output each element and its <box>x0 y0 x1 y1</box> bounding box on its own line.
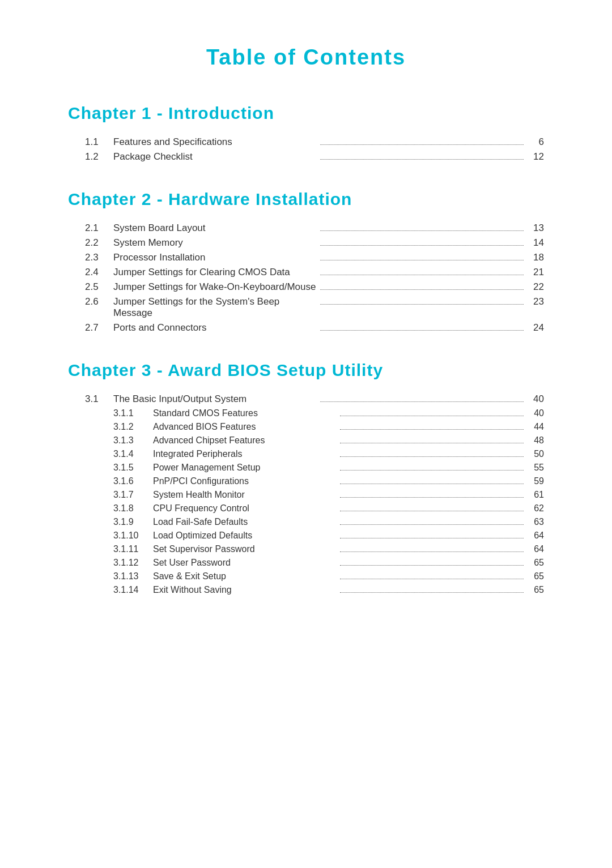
entry-page-number: 14 <box>527 237 544 249</box>
entry-title: Integrated Peripherals <box>153 449 337 459</box>
entry-number: 3.1.13 <box>113 571 153 581</box>
entry-number: 3.1.9 <box>113 517 153 527</box>
entry-title: Ports and Connectors <box>113 322 317 333</box>
toc-entry: 3.1.1Standard CMOS Features40 <box>68 408 544 418</box>
toc-entry: 2.3Processor Installation18 <box>68 252 544 263</box>
entry-number: 1.2 <box>85 151 113 163</box>
entry-page-number: 24 <box>527 322 544 333</box>
entry-title: Set User Password <box>153 558 337 568</box>
entry-number: 3.1.3 <box>113 435 153 446</box>
toc-entry: 2.1System Board Layout13 <box>68 223 544 234</box>
toc-entry: 2.2System Memory14 <box>68 237 544 249</box>
entry-title: Features and Specifications <box>113 136 317 148</box>
entry-page-number: 65 <box>527 558 544 568</box>
entry-title: Jumper Settings for the System's Beep Me… <box>113 296 317 319</box>
entry-number: 3.1.8 <box>113 503 153 514</box>
toc-entry: 3.1.6PnP/PCI Configurations59 <box>68 476 544 486</box>
toc-entry: 3.1.3Advanced Chipset Features48 <box>68 435 544 446</box>
entry-dots <box>320 144 524 145</box>
entry-title: Standard CMOS Features <box>153 408 337 418</box>
entry-title: The Basic Input/Output System <box>113 394 317 405</box>
entry-title: Package Checklist <box>113 151 317 163</box>
toc-entry: 3.1.8CPU Frequency Control62 <box>68 503 544 514</box>
entry-number: 1.1 <box>85 136 113 148</box>
entry-dots <box>320 230 524 231</box>
toc-entry: 3.1.12Set User Password65 <box>68 558 544 568</box>
entry-dots <box>320 330 524 331</box>
entry-title: CPU Frequency Control <box>153 503 337 514</box>
entry-page-number: 44 <box>527 422 544 432</box>
toc-entry: 2.7Ports and Connectors24 <box>68 322 544 333</box>
entry-dots <box>320 260 524 260</box>
entry-page-number: 59 <box>527 476 544 486</box>
entry-title: Advanced BIOS Features <box>153 422 337 432</box>
entry-page-number: 12 <box>527 151 544 163</box>
toc-entry: 3.1.2Advanced BIOS Features44 <box>68 422 544 432</box>
entry-page-number: 6 <box>527 136 544 148</box>
toc-entry: 3.1The Basic Input/Output System40 <box>68 394 544 405</box>
entry-number: 2.3 <box>85 252 113 263</box>
entry-title: Save & Exit Setup <box>153 571 337 581</box>
chapter-heading-1: Chapter 1 - Introduction <box>68 104 544 123</box>
entry-page-number: 40 <box>527 394 544 405</box>
toc-entry: 3.1.5Power Management Setup55 <box>68 463 544 473</box>
entry-number: 2.6 <box>85 296 113 307</box>
entry-dots <box>320 304 524 305</box>
entry-dots <box>340 592 524 593</box>
entry-dots <box>340 524 524 525</box>
entry-page-number: 18 <box>527 252 544 263</box>
entry-dots <box>340 443 524 443</box>
entry-page-number: 22 <box>527 281 544 293</box>
entry-title: System Memory <box>113 237 317 249</box>
chapter-block-3: Chapter 3 - Award BIOS Setup Utility3.1T… <box>68 361 544 595</box>
entry-number: 2.2 <box>85 237 113 249</box>
entry-title: Jumper Settings for Wake-On-Keyboard/Mou… <box>113 281 317 293</box>
entry-dots <box>340 538 524 538</box>
entry-number: 3.1.1 <box>113 408 153 418</box>
entry-dots <box>340 579 524 579</box>
entry-number: 2.5 <box>85 281 113 293</box>
entry-page-number: 55 <box>527 463 544 473</box>
toc-entry: 2.5Jumper Settings for Wake-On-Keyboard/… <box>68 281 544 293</box>
entry-dots <box>340 551 524 552</box>
entry-page-number: 50 <box>527 449 544 459</box>
chapter-block-2: Chapter 2 - Hardware Installation2.1Syst… <box>68 190 544 333</box>
entry-dots <box>320 159 524 160</box>
chapter-heading-3: Chapter 3 - Award BIOS Setup Utility <box>68 361 544 380</box>
toc-entry: 3.1.13Save & Exit Setup65 <box>68 571 544 581</box>
entry-dots <box>320 401 524 402</box>
entry-title: System Health Monitor <box>153 490 337 500</box>
entry-page-number: 65 <box>527 585 544 595</box>
entry-title: Load Optimized Defaults <box>153 531 337 541</box>
entry-dots <box>340 565 524 566</box>
chapter-block-1: Chapter 1 - Introduction1.1Features and … <box>68 104 544 163</box>
entry-dots <box>320 245 524 246</box>
entry-number: 3.1.7 <box>113 490 153 500</box>
toc-entry: 1.1Features and Specifications6 <box>68 136 544 148</box>
entry-number: 3.1.2 <box>113 422 153 432</box>
entry-number: 3.1.10 <box>113 531 153 541</box>
entry-title: Jumper Settings for Clearing CMOS Data <box>113 267 317 278</box>
toc-entry: 3.1.7System Health Monitor61 <box>68 490 544 500</box>
entry-title: Processor Installation <box>113 252 317 263</box>
entry-number: 2.1 <box>85 223 113 234</box>
toc-entry: 3.1.9Load Fail-Safe Defaults63 <box>68 517 544 527</box>
toc-entry: 2.4Jumper Settings for Clearing CMOS Dat… <box>68 267 544 278</box>
toc-entry: 3.1.11Set Supervisor Password64 <box>68 544 544 554</box>
entry-number: 3.1.14 <box>113 585 153 595</box>
entry-title: Load Fail-Safe Defaults <box>153 517 337 527</box>
page-title: Table of Contents <box>68 45 544 70</box>
entry-number: 2.7 <box>85 322 113 333</box>
toc-entry: 3.1.10Load Optimized Defaults64 <box>68 531 544 541</box>
entry-page-number: 61 <box>527 490 544 500</box>
toc-container: Chapter 1 - Introduction1.1Features and … <box>68 104 544 595</box>
entry-title: Power Management Setup <box>153 463 337 473</box>
entry-dots <box>340 416 524 416</box>
entry-number: 3.1.12 <box>113 558 153 568</box>
entry-dots <box>340 470 524 471</box>
entry-page-number: 21 <box>527 267 544 278</box>
entry-dots <box>340 429 524 430</box>
entry-title: Set Supervisor Password <box>153 544 337 554</box>
entry-page-number: 62 <box>527 503 544 514</box>
entry-number: 3.1.4 <box>113 449 153 459</box>
